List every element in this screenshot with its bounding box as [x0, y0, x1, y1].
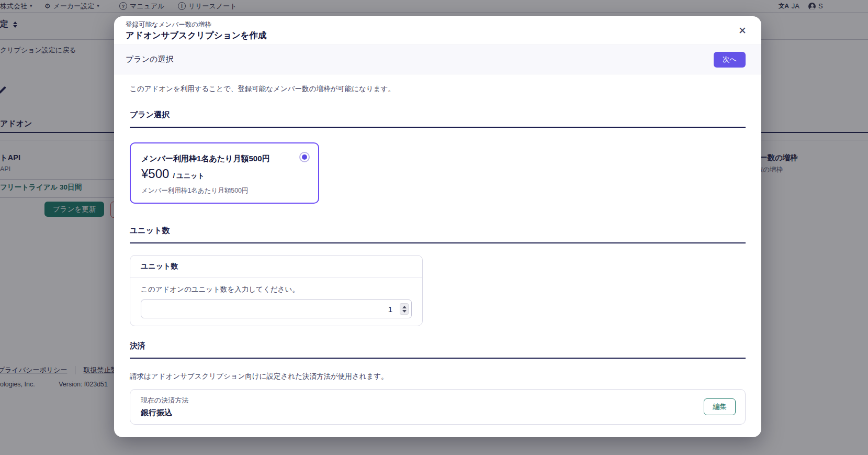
- plan-section-heading: プラン選択: [130, 109, 746, 128]
- modal-step-bar: プランの選択 次へ: [114, 45, 761, 74]
- edit-payment-method-button[interactable]: 編集: [704, 398, 736, 415]
- plan-price: ¥500: [141, 167, 169, 181]
- plan-option-card[interactable]: メンバー利用枠1名あたり月額500円 ¥500 / ユニット メンバー利用枠1名…: [130, 142, 319, 204]
- payment-method-card: 現在の決済方法 銀行振込 編集: [130, 389, 746, 425]
- number-stepper[interactable]: [400, 303, 409, 315]
- modal-intro-text: このアドオンを利用することで、登録可能なメンバー数の増枠が可能になります。: [130, 84, 746, 94]
- plan-price-unit: / ユニット: [173, 171, 204, 181]
- close-icon[interactable]: ✕: [737, 25, 748, 37]
- plan-title: メンバー利用枠1名あたり月額500円: [141, 153, 308, 164]
- payment-note: 請求はアドオンサブスクリプション向けに設定された決済方法が使用されます。: [130, 371, 746, 382]
- stepper-down-icon[interactable]: [402, 310, 407, 313]
- unit-instruction: このアドオンのユニット数を入力してください。: [141, 284, 412, 294]
- unit-input-wrap: [141, 299, 412, 318]
- next-button[interactable]: 次へ: [714, 52, 746, 68]
- screen: 株式会社 ▾ ⚙ メーカー設定 ▾ ? マニュアル i リリースノート 文A J…: [0, 0, 868, 455]
- unit-count-input[interactable]: [141, 299, 412, 318]
- modal-eyebrow: 登録可能なメンバー数の増枠: [126, 20, 730, 29]
- plan-radio-selected[interactable]: [299, 152, 310, 162]
- step-label: プランの選択: [126, 54, 173, 64]
- unit-count-card: ユニット数 このアドオンのユニット数を入力してください。: [130, 255, 423, 326]
- create-addon-subscription-modal: 登録可能なメンバー数の増枠 アドオンサブスクリプションを作成 ✕ プランの選択 …: [114, 16, 761, 437]
- modal-header: 登録可能なメンバー数の増枠 アドオンサブスクリプションを作成 ✕: [114, 16, 761, 45]
- payment-method-info: 現在の決済方法 銀行振込: [141, 396, 188, 418]
- unit-card-body: このアドオンのユニット数を入力してください。: [130, 278, 422, 326]
- modal-body: このアドオンを利用することで、登録可能なメンバー数の増枠が可能になります。 プラ…: [114, 74, 761, 425]
- plan-price-row: ¥500 / ユニット: [141, 167, 308, 181]
- current-payment-method-label: 現在の決済方法: [141, 396, 188, 405]
- plan-description: メンバー利用枠1名あたり月額500円: [141, 186, 308, 195]
- stepper-up-icon[interactable]: [402, 306, 407, 308]
- modal-title: アドオンサブスクリプションを作成: [126, 30, 730, 41]
- unit-section-heading: ユニット数: [130, 225, 746, 243]
- unit-card-header: ユニット数: [130, 256, 422, 278]
- payment-method-value: 銀行振込: [141, 407, 188, 418]
- payment-section-heading: 決済: [130, 340, 746, 359]
